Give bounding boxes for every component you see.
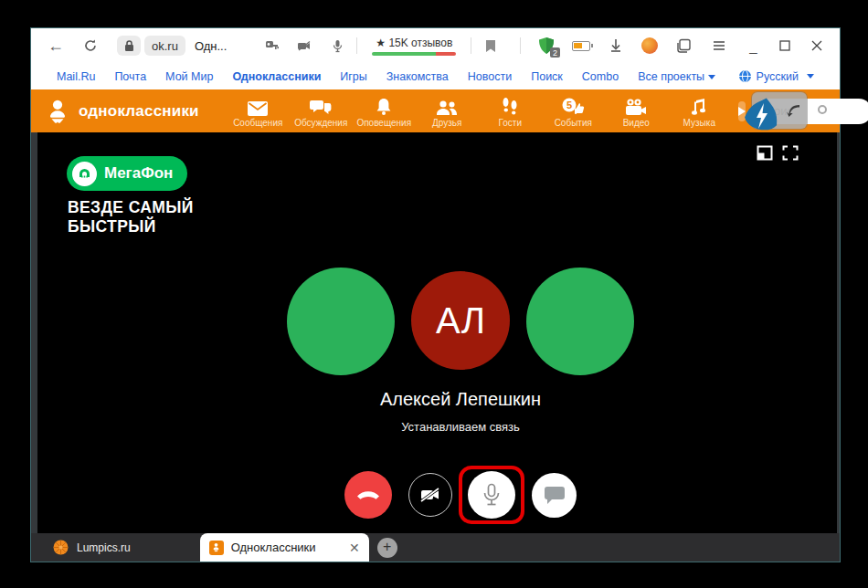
chevron-down-icon: [708, 75, 715, 79]
page-background: МегаФон ВЕЗДЕ САМЫЙ БЫСТРЫЙ АЛ Алексей Л…: [31, 132, 840, 533]
minimize-button[interactable]: _: [745, 38, 761, 54]
microphone-toggle-button[interactable]: [468, 471, 515, 519]
new-tab-button[interactable]: +: [377, 538, 397, 558]
ssl-lock-icon[interactable]: [117, 36, 141, 56]
portal-link-mailru[interactable]: Mail.Ru: [57, 70, 95, 83]
camera-blocked-icon[interactable]: [294, 36, 314, 56]
chevron-down-icon: [807, 74, 814, 79]
chat-bubble-icon: [544, 486, 566, 505]
fullscreen-button[interactable]: [782, 145, 799, 164]
globe-icon: [738, 69, 752, 83]
nav-guests[interactable]: Гости: [479, 94, 542, 128]
movie-camera-icon: [625, 98, 647, 116]
megafon-brand-text: МегаФон: [104, 164, 173, 183]
refresh-icon[interactable]: [80, 36, 101, 56]
portal-link-news[interactable]: Новости: [468, 70, 512, 83]
tabs-panel-icon[interactable]: [673, 36, 693, 56]
browser-toolbar: ← ok.ru Одн... ★ 15K отзывов: [31, 28, 840, 63]
browser-window: ← ok.ru Одн... ★ 15K отзывов: [30, 27, 841, 562]
nav-discussions[interactable]: Обсуждения: [290, 94, 353, 128]
nav-messages[interactable]: Сообщения: [227, 94, 290, 128]
portal-link-combo[interactable]: Combo: [582, 70, 619, 83]
mic-permission-icon[interactable]: [327, 36, 347, 56]
camera-off-icon: [419, 486, 441, 504]
adblock-shield-icon[interactable]: 2: [538, 37, 556, 55]
caller-avatar-initials: АЛ: [411, 271, 510, 370]
events-badge-icon: 5 5: [561, 98, 585, 116]
ok-header: одноклассники Сообщения Обсуждения Опове…: [31, 89, 840, 132]
back-icon[interactable]: ←: [46, 36, 66, 56]
call-status: Устанавливаем связь: [296, 420, 625, 434]
language-label: Русский: [757, 70, 799, 83]
megafon-icon: [72, 162, 97, 186]
bottom-tab-bar: Lumpics.ru Одноклассники ✕ +: [31, 533, 840, 562]
portal-link-mail[interactable]: Почта: [114, 70, 146, 83]
ok-logo[interactable]: одноклассники: [44, 98, 199, 125]
footprints-icon: [502, 98, 518, 116]
nav-friends[interactable]: Друзья: [416, 94, 479, 128]
portal-links-bar: Mail.Ru Почта Мой Мир Одноклассники Игры…: [31, 63, 840, 89]
extension-ball-icon[interactable]: [641, 37, 658, 54]
hangup-phone-icon: [355, 489, 381, 501]
two-people-icon: [436, 98, 458, 116]
caller-name: Алексей Лепешкин: [296, 389, 625, 410]
portal-link-all-projects[interactable]: Все проекты: [638, 70, 715, 83]
ok-favicon: [209, 541, 224, 555]
active-tab[interactable]: Одноклассники ✕: [200, 533, 369, 562]
participant-avatar: [287, 268, 395, 375]
ad-slogan: ВЕЗДЕ САМЫЙ БЫСТРЫЙ: [68, 198, 194, 236]
envelope-icon: [248, 98, 268, 116]
ok-brand-text: одноклассники: [79, 102, 199, 121]
curved-arrow-icon: [787, 103, 801, 118]
battery-saver-icon[interactable]: [572, 41, 590, 51]
svg-text:5: 5: [566, 100, 572, 110]
bell-icon: [376, 98, 392, 116]
site-reviews-widget[interactable]: ★ 15K отзывов: [372, 37, 456, 56]
reviews-rating-bar: [372, 52, 456, 56]
url-host[interactable]: ok.ru: [144, 36, 185, 56]
search-icon: [818, 105, 827, 114]
caller-info: Алексей Лепешкин Устанавливаем связь: [296, 389, 625, 434]
nav-notifications[interactable]: Оповещения: [353, 94, 416, 128]
video-call-modal: МегаФон ВЕЗДЕ САМЫЙ БЫСТРЫЙ АЛ Алексей Л…: [37, 132, 837, 533]
taskbar-site-label: Lumpics.ru: [77, 541, 131, 554]
maximize-button[interactable]: [777, 38, 793, 54]
close-button[interactable]: [809, 38, 825, 54]
page-title: Одн...: [195, 39, 227, 53]
password-key-icon[interactable]: [261, 36, 281, 56]
microphone-icon: [482, 483, 501, 507]
chat-bubbles-icon: [310, 98, 332, 116]
language-selector[interactable]: Русский: [738, 69, 814, 83]
music-note-icon: [692, 98, 706, 116]
bookmark-icon[interactable]: [481, 36, 501, 56]
tab-title: Одноклассники: [231, 541, 342, 554]
tab-close-icon[interactable]: ✕: [349, 541, 360, 555]
nav-video[interactable]: Видео: [605, 94, 668, 128]
reviews-count: 15K отзывов: [388, 37, 452, 49]
star-icon: ★: [376, 37, 386, 49]
chat-button[interactable]: [532, 473, 577, 518]
nav-events[interactable]: 5 5 События: [542, 94, 605, 128]
portal-link-moymir[interactable]: Мой Мир: [165, 70, 213, 83]
nav-music[interactable]: Музыка: [668, 94, 731, 128]
lightning-shield-icon: [744, 96, 780, 136]
menu-icon[interactable]: [709, 36, 729, 56]
ok-nav: Сообщения Обсуждения Оповещения Друзья: [227, 94, 731, 128]
download-icon[interactable]: [606, 36, 626, 56]
lumpics-orange-icon: [53, 540, 69, 555]
participant-avatar: [526, 268, 634, 375]
portal-link-dating[interactable]: Знакомства: [386, 70, 449, 83]
picture-in-picture-button[interactable]: [757, 145, 773, 164]
portal-link-odnoklassniki[interactable]: Одноклассники: [232, 70, 321, 83]
screenshot-tool-overlay[interactable]: [752, 92, 807, 129]
portal-link-search[interactable]: Поиск: [531, 70, 563, 83]
ok-person-icon: [44, 98, 71, 125]
shield-badge: 2: [550, 47, 560, 58]
hangup-button[interactable]: [344, 471, 392, 519]
camera-toggle-button[interactable]: [408, 473, 452, 517]
portal-link-games[interactable]: Игры: [340, 70, 366, 83]
megafon-ad-logo[interactable]: МегаФон: [67, 156, 187, 191]
